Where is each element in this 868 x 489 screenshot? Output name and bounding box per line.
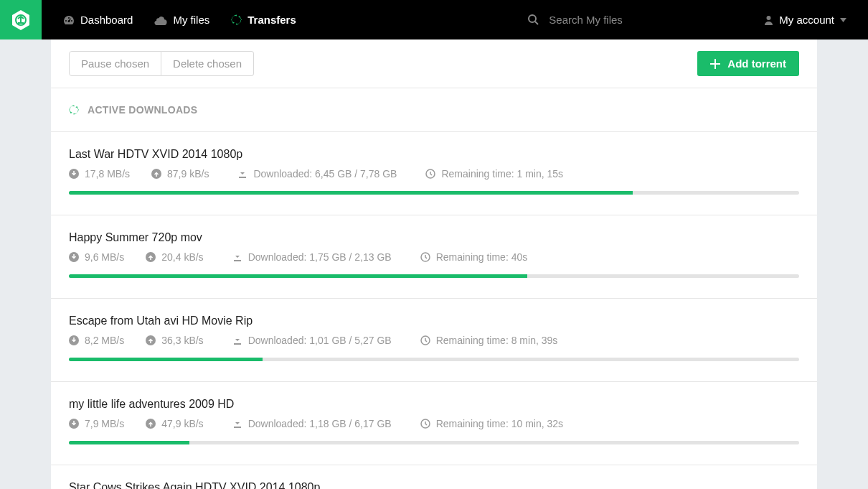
remaining-time: Remaining time: 10 min, 32s	[436, 418, 563, 429]
downloaded-amount: Downloaded: 1,75 GB / 2,13 GB	[248, 251, 392, 263]
nav-transfers-label: Transfers	[247, 14, 296, 26]
clock-icon	[420, 419, 430, 429]
add-torrent-label: Add torrent	[727, 57, 786, 70]
download-speed: 9,6 MB/s	[85, 251, 124, 263]
clock-icon	[425, 169, 435, 179]
section-title: ACTIVE DOWNLOADS	[88, 104, 197, 116]
caret-down-icon	[840, 18, 846, 22]
download-title: Star Cows Strikes Again HDTV XVID 2014 1…	[69, 481, 799, 489]
my-account[interactable]: My account	[764, 14, 846, 26]
download-speed: 8,2 MB/s	[85, 335, 124, 346]
download-meta: 17,8 MB/s87,9 kB/sDownloaded: 6,45 GB / …	[69, 168, 799, 180]
arrow-down-circle-icon	[69, 335, 79, 345]
upload-speed: 20,4 kB/s	[161, 251, 203, 263]
download-meta: 9,6 MB/s20,4 kB/sDownloaded: 1,75 GB / 2…	[69, 251, 799, 263]
downloaded-amount: Downloaded: 1,18 GB / 6,17 GB	[248, 418, 392, 429]
progress-bar	[69, 274, 527, 278]
nav-my-files[interactable]: My files	[154, 14, 209, 26]
download-item[interactable]: Happy Summer 720p mov9,6 MB/s20,4 kB/sDo…	[51, 215, 817, 299]
progress-track	[69, 274, 799, 278]
add-torrent-button[interactable]: Add torrent	[697, 51, 799, 76]
download-item[interactable]: Escape from Utah avi HD Movie Rip8,2 MB/…	[51, 299, 817, 382]
arrow-down-circle-icon	[69, 419, 79, 429]
dashboard-icon	[63, 14, 75, 26]
upload-speed: 36,3 kB/s	[161, 335, 203, 346]
progress-bar	[69, 191, 633, 195]
download-meta: 8,2 MB/s36,3 kB/sDownloaded: 1,01 GB / 5…	[69, 335, 799, 346]
download-title: my little life adventures 2009 HD	[69, 398, 799, 411]
download-meta: 7,9 MB/s47,9 kB/sDownloaded: 1,18 GB / 6…	[69, 418, 799, 429]
nav-transfers[interactable]: Transfers	[231, 14, 296, 26]
download-icon	[237, 169, 247, 179]
downloaded-amount: Downloaded: 1,01 GB / 5,27 GB	[248, 335, 392, 346]
delete-chosen-button[interactable]: Delete chosen	[161, 51, 254, 76]
arrow-down-circle-icon	[69, 169, 79, 179]
remaining-time: Remaining time: 8 min, 39s	[436, 335, 558, 346]
download-icon	[232, 252, 242, 262]
nav-dashboard[interactable]: Dashboard	[63, 14, 133, 26]
cloud-icon	[154, 15, 167, 25]
download-title: Last War HDTV XVID 2014 1080p	[69, 148, 799, 161]
download-title: Escape from Utah avi HD Movie Rip	[69, 315, 799, 327]
clock-icon	[420, 335, 430, 345]
svg-point-3	[767, 16, 771, 20]
my-account-label: My account	[779, 14, 834, 26]
arrow-up-circle-icon	[146, 335, 156, 345]
app-logo[interactable]	[0, 0, 42, 39]
plus-icon	[710, 59, 720, 69]
download-item[interactable]: Star Cows Strikes Again HDTV XVID 2014 1…	[51, 465, 817, 489]
svg-point-2	[529, 15, 536, 22]
download-item[interactable]: my little life adventures 2009 HD7,9 MB/…	[51, 382, 817, 465]
upload-speed: 87,9 kB/s	[167, 168, 209, 180]
download-speed: 7,9 MB/s	[85, 418, 124, 429]
user-icon	[764, 15, 773, 25]
clock-icon	[420, 252, 430, 262]
arrow-up-circle-icon	[146, 419, 156, 429]
refresh-icon	[231, 14, 242, 25]
downloaded-amount: Downloaded: 6,45 GB / 7,78 GB	[253, 168, 397, 180]
arrow-up-circle-icon	[146, 252, 156, 262]
download-icon	[232, 419, 242, 429]
arrow-up-circle-icon	[151, 169, 161, 179]
remaining-time: Remaining time: 40s	[436, 251, 528, 263]
progress-track	[69, 441, 799, 444]
upload-speed: 47,9 kB/s	[161, 418, 203, 429]
nav-my-files-label: My files	[173, 14, 209, 26]
progress-track	[69, 358, 799, 361]
progress-bar	[69, 358, 263, 361]
arrow-down-circle-icon	[69, 252, 79, 262]
download-icon	[232, 335, 242, 345]
progress-bar	[69, 441, 189, 444]
top-navigation: Dashboard My files Transfers My account	[0, 0, 868, 39]
main-content: Pause chosen Delete chosen Add torrent A…	[51, 39, 817, 489]
download-speed: 17,8 MB/s	[85, 168, 130, 180]
remaining-time: Remaining time: 1 min, 15s	[441, 168, 563, 180]
download-item[interactable]: Last War HDTV XVID 2014 1080p17,8 MB/s87…	[51, 132, 817, 215]
nav-dashboard-label: Dashboard	[80, 14, 133, 26]
download-title: Happy Summer 720p mov	[69, 231, 799, 244]
section-active-downloads: ACTIVE DOWNLOADS	[51, 88, 817, 132]
toolbar: Pause chosen Delete chosen Add torrent	[51, 39, 817, 88]
search-icon[interactable]	[528, 14, 539, 25]
refresh-icon	[69, 105, 79, 115]
progress-track	[69, 191, 799, 195]
pause-chosen-button[interactable]: Pause chosen	[69, 51, 161, 76]
search-input[interactable]	[549, 14, 707, 26]
